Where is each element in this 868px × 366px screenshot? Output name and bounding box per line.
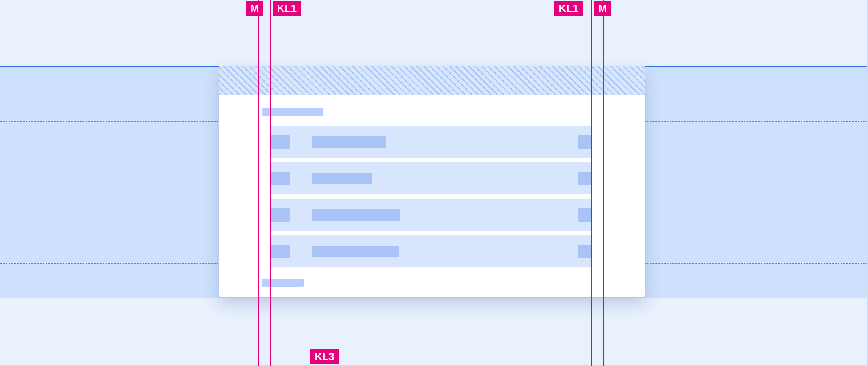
row-trailing-icon <box>578 245 591 258</box>
section-footer-placeholder <box>262 279 304 287</box>
row-label-placeholder <box>312 209 400 221</box>
row-leading-icon <box>270 135 290 149</box>
guide-line-m-left-a <box>258 0 259 366</box>
guide-line-kl1-left <box>309 0 309 366</box>
row-leading-icon <box>270 245 290 258</box>
hatched-header-area <box>219 66 645 95</box>
section-header-placeholder <box>262 108 323 116</box>
row-label-placeholder <box>312 136 386 148</box>
row-label-placeholder <box>312 173 372 184</box>
guide-tag-kl1-left: KL1 <box>273 1 301 16</box>
list-row <box>270 199 591 231</box>
guide-line-m-left-b <box>270 0 271 366</box>
list-row <box>270 162 591 194</box>
row-trailing-icon <box>578 135 591 149</box>
guide-tag-kl3: KL3 <box>310 349 339 364</box>
row-label-placeholder <box>312 246 399 257</box>
guide-line-kl1-right-a <box>591 0 592 366</box>
guide-tag-kl1-right: KL1 <box>554 1 583 16</box>
row-leading-icon <box>270 208 290 222</box>
list-row <box>270 126 591 158</box>
guide-line-m-right <box>603 0 604 366</box>
row-trailing-icon <box>578 208 591 222</box>
guide-tag-m-left: M <box>246 1 263 16</box>
guide-line-kl1-right-b <box>578 0 578 366</box>
row-trailing-icon <box>578 172 591 185</box>
row-leading-icon <box>270 172 290 185</box>
layout-spec-diagram: M KL1 KL1 M KL3 <box>0 0 868 366</box>
guide-tag-m-right: M <box>594 1 611 16</box>
list-row <box>270 235 591 267</box>
